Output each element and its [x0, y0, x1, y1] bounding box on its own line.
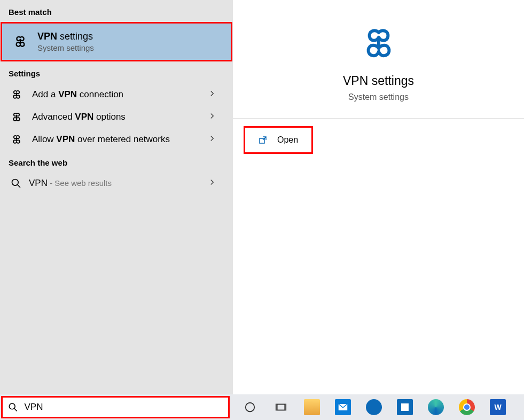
- taskbar-app-news[interactable]: [394, 396, 416, 418]
- word-icon: W: [490, 399, 506, 415]
- web-result-main: VPN: [29, 178, 48, 188]
- settings-item-allow-vpn-metered[interactable]: Allow VPN over metered networks: [0, 128, 233, 151]
- vpn-icon: [359, 24, 398, 63]
- settings-item-advanced-vpn-options[interactable]: Advanced VPN options: [0, 106, 233, 128]
- task-view-button[interactable]: [270, 396, 292, 418]
- open-label: Open: [277, 135, 298, 145]
- best-match-result-vpn-settings[interactable]: VPN settings System settings: [1, 22, 232, 61]
- vpn-icon: [11, 111, 22, 123]
- edge-icon: [428, 399, 444, 415]
- taskbar-app-chrome[interactable]: [456, 396, 478, 418]
- settings-item-add-vpn-connection[interactable]: Add a VPN connection: [0, 83, 233, 106]
- vpn-icon: [11, 134, 22, 145]
- chrome-icon: [459, 399, 475, 415]
- search-icon: [11, 178, 21, 189]
- best-match-subtitle: System settings: [37, 43, 94, 52]
- taskbar-search-box[interactable]: [1, 396, 230, 418]
- chevron-right-icon: [208, 178, 216, 188]
- preview-subtitle: System settings: [348, 92, 409, 102]
- vpn-icon: [13, 34, 28, 49]
- preview-panel: VPN settings System settings Open: [233, 0, 524, 394]
- taskbar-app-file-explorer[interactable]: [301, 396, 323, 418]
- chevron-right-icon: [208, 112, 216, 122]
- search-input[interactable]: [24, 402, 223, 413]
- search-icon: [8, 402, 18, 413]
- web-result-vpn[interactable]: VPN - See web results: [0, 173, 233, 194]
- search-results-panel: Best match VPN settings System settings …: [0, 0, 233, 394]
- open-button[interactable]: Open: [244, 126, 313, 154]
- cortana-button[interactable]: [239, 396, 261, 418]
- settings-item-label: Add a VPN connection: [32, 89, 123, 100]
- taskbar-app-dell[interactable]: [363, 396, 385, 418]
- web-result-sub: - See web results: [48, 178, 112, 188]
- news-icon: [397, 399, 413, 415]
- chevron-right-icon: [208, 90, 216, 99]
- task-view-icon: [275, 401, 287, 413]
- settings-heading: Settings: [0, 61, 233, 83]
- settings-item-label: Allow VPN over metered networks: [32, 134, 170, 145]
- best-match-heading: Best match: [0, 0, 233, 22]
- file-explorer-icon: [304, 399, 320, 415]
- taskbar-app-word[interactable]: W: [487, 396, 509, 418]
- preview-hero: VPN settings System settings: [233, 0, 524, 119]
- dell-icon: [366, 399, 382, 415]
- best-match-title: VPN settings: [37, 31, 94, 42]
- open-external-icon: [258, 135, 268, 145]
- settings-item-label: Advanced VPN options: [32, 112, 126, 122]
- preview-title: VPN settings: [343, 74, 414, 88]
- mail-icon: [335, 399, 351, 415]
- cortana-icon: [244, 401, 256, 413]
- taskbar: W: [0, 394, 524, 420]
- search-web-heading: Search the web: [0, 151, 233, 173]
- taskbar-app-mail[interactable]: [332, 396, 354, 418]
- taskbar-app-edge[interactable]: [425, 396, 447, 418]
- vpn-icon: [11, 89, 22, 100]
- chevron-right-icon: [208, 135, 216, 144]
